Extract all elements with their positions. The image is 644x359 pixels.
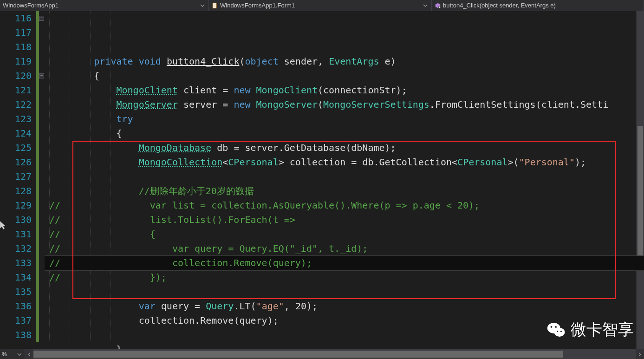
code-line[interactable]: MongoDatabase db = server.GetDatabase(db… (45, 141, 644, 155)
line-number: 137 (0, 313, 32, 328)
hscroll-left-arrow[interactable] (25, 349, 33, 359)
code-line[interactable]: // collection.Remove(query); (45, 256, 644, 270)
zoom-value: % (2, 351, 7, 358)
line-number: 123 (0, 112, 32, 126)
line-number: 134 (0, 270, 32, 285)
code-line[interactable] (45, 170, 644, 184)
zoom-dropdown[interactable]: % (0, 349, 25, 359)
fold-toggle[interactable]: − (39, 16, 44, 21)
code-line[interactable]: collection.Remove(query); (45, 313, 644, 328)
chevron-down-icon[interactable] (17, 352, 23, 357)
horizontal-scrollbar-thumb[interactable] (33, 351, 563, 358)
line-number: 135 (0, 285, 32, 299)
code-line[interactable]: // }); (45, 270, 644, 285)
code-line[interactable] (45, 285, 644, 299)
line-number: 136 (0, 299, 32, 313)
csharp-file-icon (212, 2, 218, 9)
code-line[interactable]: MongoClient client = new MongoClient(con… (45, 83, 644, 98)
code-line[interactable]: { (45, 69, 644, 83)
breadcrumb-bar: WindowsFormsApp1 WindowsFormsApp1.Form1 … (0, 0, 644, 11)
line-number: 128 (0, 184, 32, 198)
line-number: 119 (0, 54, 32, 69)
fold-toggle[interactable]: − (39, 73, 44, 78)
line-number: 127 (0, 170, 32, 184)
line-number: 118 (0, 40, 32, 54)
line-number: 133 (0, 256, 32, 270)
svg-rect-5 (439, 7, 440, 8)
code-line[interactable] (45, 328, 644, 342)
line-number: 124 (0, 126, 32, 141)
code-line[interactable]: var query = Query.LT("age", 20); (45, 299, 644, 313)
breadcrumb-method[interactable]: button4_Click(object sender, EventArgs e… (432, 0, 644, 11)
breadcrumb-method-label: button4_Click(object sender, EventArgs e… (443, 2, 641, 9)
line-number: 138 (0, 328, 32, 342)
horizontal-scrollbar[interactable] (33, 349, 636, 359)
svg-rect-4 (439, 6, 440, 7)
line-number: 125 (0, 141, 32, 155)
code-line[interactable]: MongoServer server = new MongoServer(Mon… (45, 98, 644, 112)
method-icon (435, 2, 441, 9)
breadcrumb-class[interactable]: WindowsFormsApp1.Form1 (209, 0, 432, 11)
line-number: 120 (0, 69, 32, 83)
code-line[interactable]: private void button4_Click(object sender… (45, 54, 644, 69)
cursor-pointer-icon (0, 220, 7, 230)
code-line[interactable]: // var query = Query.EQ("_id", t._id); (45, 242, 644, 256)
code-line[interactable]: // var list = collection.AsQueryable().W… (45, 198, 644, 213)
code-line[interactable]: } (45, 342, 644, 349)
code-editor[interactable]: 1161171181191201211221231241251261271281… (0, 11, 644, 349)
chevron-down-icon[interactable] (422, 2, 429, 9)
code-area[interactable]: private void button4_Click(object sender… (45, 11, 644, 349)
editor-bottom-bar: % (0, 349, 644, 359)
code-line[interactable]: // { (45, 227, 644, 242)
line-number-gutter: 1161171181191201211221231241251261271281… (0, 11, 36, 349)
line-number: 117 (0, 26, 32, 40)
svg-rect-1 (213, 3, 216, 8)
code-line[interactable]: // list.ToList().ForEach(t => (45, 213, 644, 227)
line-number: 132 (0, 242, 32, 256)
line-number: 129 (0, 198, 32, 213)
code-line[interactable]: MongoCollection<CPersonal> collection = … (45, 155, 644, 170)
breadcrumb-project-label: WindowsFormsApp1 (3, 2, 199, 9)
breadcrumb-class-label: WindowsFormsApp1.Form1 (220, 2, 422, 9)
code-line[interactable]: { (45, 126, 644, 141)
fold-change-margin: −− (36, 11, 45, 349)
line-number: 126 (0, 155, 32, 170)
line-number: 121 (0, 83, 32, 98)
chevron-down-icon[interactable] (199, 2, 206, 9)
code-line[interactable]: try (45, 112, 644, 126)
line-number: 116 (0, 11, 32, 26)
breadcrumb-project[interactable]: WindowsFormsApp1 (0, 0, 209, 11)
hscroll-right-arrow[interactable] (636, 349, 644, 359)
line-number: 122 (0, 98, 32, 112)
code-line[interactable]: //删除年龄小于20岁的数据 (45, 184, 644, 198)
